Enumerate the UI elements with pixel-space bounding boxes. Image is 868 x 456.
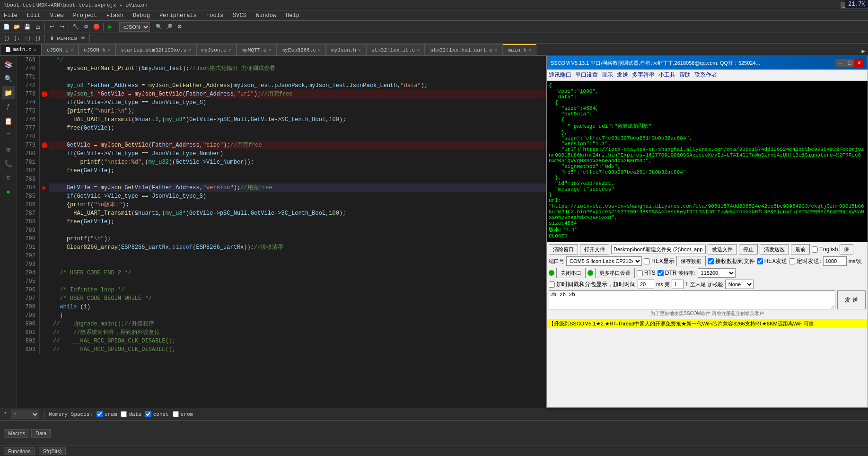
sscom-close-port-btn[interactable]: 关闭串口	[556, 268, 586, 278]
break-all-btn[interactable]: ⏸	[47, 34, 56, 43]
sscom-clear-send-btn[interactable]: 清发送区	[760, 244, 789, 254]
sscom-menu-send[interactable]: 发送	[617, 71, 628, 79]
sscom-send-btn[interactable]: 发 送	[837, 290, 866, 309]
const-check[interactable]	[145, 411, 151, 417]
sscom-menu-display[interactable]: 显示	[602, 71, 613, 79]
tab-close-main-h[interactable]: ✕	[528, 47, 531, 53]
misc-btn[interactable]: ⚙	[175, 22, 184, 32]
sidebar-template[interactable]: 📋	[2, 114, 15, 128]
sidebar-book[interactable]: 📚	[2, 58, 15, 71]
functions-btn[interactable]: Functions	[4, 447, 35, 455]
sscom-menu-settings[interactable]: 串口设置	[575, 71, 598, 79]
sscom-menu-comm[interactable]: 通讯端口	[549, 71, 571, 79]
sscom-output[interactable]: { "code":"1000", "data": { "size":4564, …	[547, 81, 868, 242]
tab-startup[interactable]: startup_stm32f103xe.s ✕	[115, 44, 196, 55]
tab-stm32-it[interactable]: stm32f1xx_it.c ✕	[366, 44, 425, 55]
watch-btn[interactable]: 👁	[78, 34, 88, 43]
sscom-timeout-value[interactable]	[638, 280, 654, 289]
tab-cjson-c[interactable]: cJSON.c ✕	[42, 44, 79, 55]
tab-data[interactable]: Data	[31, 429, 51, 438]
step-out-btn[interactable]: ↑ }	[23, 34, 32, 43]
sfr-btn[interactable]: Sfr(Bits)	[39, 447, 66, 455]
tab-main-c[interactable]: 📄 main.c ✕	[0, 44, 42, 55]
sscom-hex-display-check[interactable]	[644, 258, 650, 264]
sscom-baud-select[interactable]: 115200	[698, 268, 736, 278]
tab-cjson-h[interactable]: cJSON.h ✕	[79, 44, 115, 55]
tab-close-mymqtt[interactable]: ✕	[268, 47, 271, 53]
open-btn[interactable]: 📂	[12, 22, 22, 32]
sidebar-project[interactable]: 📁	[2, 86, 15, 99]
more-btn[interactable]: ⋯	[92, 34, 101, 43]
sscom-protect-btn[interactable]: 保	[840, 244, 853, 254]
redo-btn[interactable]: ↪	[57, 22, 67, 32]
sscom-recv-file-check[interactable]	[708, 258, 714, 264]
tab-close-stm32-it[interactable]: ✕	[417, 47, 420, 53]
reg-view-btn[interactable]: REG	[68, 34, 77, 43]
menu-help[interactable]: Help	[284, 11, 301, 20]
tab-myesp[interactable]: myEsp8266.c ✕	[276, 44, 326, 55]
tab-myjson-c[interactable]: myJson.c ✕	[196, 44, 237, 55]
tab-stm32-hal[interactable]: stm32f1xx_hal_uart.c ✕	[425, 44, 502, 55]
sidebar-search[interactable]: 🔍	[2, 72, 15, 85]
tab-myjson-h[interactable]: myJson.h ✕	[326, 44, 366, 55]
sscom-send-input[interactable]: 2b 2b 2b	[549, 290, 835, 309]
sscom-menu-multi[interactable]: 多字符串	[632, 71, 655, 79]
tab-close-myesp[interactable]: ✕	[318, 47, 321, 53]
sscom-dtr-check[interactable]	[658, 270, 664, 276]
sidebar-call[interactable]: 📞	[2, 157, 15, 170]
eram-check[interactable]	[96, 411, 103, 417]
sscom-menu-tools[interactable]: 小工具	[658, 71, 675, 79]
sscom-port-select[interactable]: COM5 Silicon Labs CP210x	[566, 256, 642, 266]
sidebar-func[interactable]: ƒ	[2, 100, 15, 114]
sscom-file-path[interactable]	[611, 245, 706, 254]
zoom-in-btn[interactable]: 🔍	[154, 22, 164, 32]
sidebar-reg[interactable]: ≡	[2, 129, 15, 142]
tab-close-main-c[interactable]: ✕	[34, 47, 36, 53]
menu-flash[interactable]: Flash	[105, 11, 125, 20]
find-btn[interactable]: 🔎	[165, 22, 174, 32]
undo-btn[interactable]: ↩	[47, 22, 56, 32]
tab-macros[interactable]: Macros	[4, 429, 29, 438]
tab-mymqtt[interactable]: myMQTT.c ✕	[237, 44, 277, 55]
filter-dropdown[interactable]: *	[11, 410, 39, 419]
sscom-clear-btn[interactable]: 清除窗口	[549, 244, 578, 254]
run-to-cursor-btn[interactable]: { }	[33, 34, 43, 43]
sscom-byte-count[interactable]	[672, 280, 684, 289]
data-check[interactable]	[121, 411, 127, 417]
tab-close-cjson-c[interactable]: ✕	[70, 47, 73, 53]
sidebar-periph[interactable]: ⚙	[2, 143, 15, 156]
sscom-open-file-btn[interactable]: 打开文件	[580, 244, 609, 254]
target-select[interactable]: cJSON	[119, 22, 150, 32]
sscom-last-btn[interactable]: 最前	[791, 244, 810, 254]
menu-edit[interactable]: Edit	[25, 11, 43, 20]
sscom-save-data-btn[interactable]: 保存数据	[676, 256, 706, 266]
tab-scroll-right[interactable]: ▶	[859, 48, 868, 55]
menu-peripherals[interactable]: Peripherals	[158, 11, 199, 20]
tab-main-h[interactable]: main.h ✕	[503, 44, 537, 55]
step-in-btn[interactable]: { ↓	[12, 34, 22, 43]
build-btn[interactable]: 🔨	[71, 22, 80, 32]
menu-svcs[interactable]: SVCS	[231, 11, 248, 20]
sscom-menu-contact[interactable]: 联系作者	[694, 71, 717, 79]
sscom-stop-btn[interactable]: 停止	[739, 244, 758, 254]
erom-check[interactable]	[173, 411, 179, 417]
save-btn[interactable]: 💾	[23, 22, 32, 32]
tab-close-stm32-hal[interactable]: ✕	[494, 47, 497, 53]
step-over-btn[interactable]: { }	[2, 34, 11, 43]
sscom-english-check[interactable]	[812, 246, 818, 253]
menu-window[interactable]: Window	[254, 11, 278, 20]
mem-view-btn[interactable]: MEM	[57, 34, 67, 43]
menu-view[interactable]: View	[48, 11, 66, 20]
sscom-close-btn[interactable]: ✕	[854, 59, 864, 67]
sscom-send-file-btn[interactable]: 发送文件	[708, 244, 737, 254]
debug-btn[interactable]: ▶	[105, 22, 115, 32]
menu-file[interactable]: File	[2, 11, 19, 20]
menu-tools[interactable]: Tools	[204, 11, 225, 20]
sscom-more-settings-btn[interactable]: 更多串口设置	[595, 268, 635, 278]
tab-close-startup[interactable]: ✕	[188, 47, 191, 53]
sscom-menu-help[interactable]: 帮助	[679, 71, 691, 79]
new-file-btn[interactable]: 📄	[2, 22, 11, 32]
tab-close-myjson-c[interactable]: ✕	[228, 47, 231, 53]
stop-build-btn[interactable]: 🛑	[92, 22, 101, 32]
menu-project[interactable]: Project	[71, 11, 98, 20]
